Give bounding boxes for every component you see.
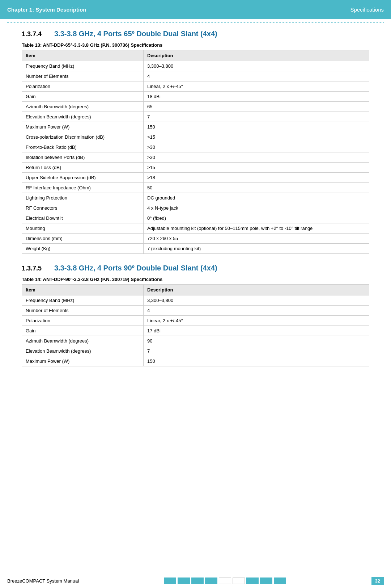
table-row: RF Interface Impedance (Ohm)50 [22, 183, 369, 193]
col-desc-header: Description [144, 50, 369, 61]
desc-cell: 150 [144, 122, 369, 132]
item-cell: Cross-polarization Discrimination (dB) [22, 132, 144, 142]
item-cell: Polarization [22, 81, 144, 92]
desc-cell: 7 [144, 346, 369, 356]
footer-block-2 [191, 578, 204, 584]
footer-block-4 [219, 578, 231, 584]
desc-cell: 4 [144, 306, 369, 316]
desc-cell: 4 x N-type jack [144, 203, 369, 213]
desc-cell: 65 [144, 102, 369, 112]
table14: Item Description Frequency Band (MHz)3,3… [22, 284, 369, 366]
item-cell: Upper Sidelobe Suppression (dB) [22, 173, 144, 183]
footer-decoration [164, 578, 286, 584]
table-row: PolarizationLinear, 2 x +/-45° [22, 316, 369, 326]
col-item-header2: Item [22, 285, 144, 295]
desc-cell: 7 [144, 112, 369, 122]
table-row: Frequency Band (MHz)3,300–3,800 [22, 295, 369, 306]
section-1375-title: 3.3-3.8 GHz, 4 Ports 90º Double Dual Sla… [54, 264, 217, 272]
desc-cell: 3,300–3,800 [144, 295, 369, 306]
footer-block-3 [205, 578, 217, 584]
table-row: Gain17 dBi [22, 326, 369, 336]
footer-block-0 [164, 578, 176, 584]
item-cell: RF Connectors [22, 203, 144, 213]
table-row: Number of Elements4 [22, 71, 369, 81]
table-row: Weight (Kg)7 (excluding mounting kit) [22, 244, 369, 254]
table-row: Return Loss (dB)>15 [22, 163, 369, 173]
desc-cell: 720 x 260 x 55 [144, 234, 369, 244]
item-cell: Maximum Power (W) [22, 122, 144, 132]
page-number: 32 [371, 577, 384, 585]
item-cell: Isolation between Ports (dB) [22, 152, 144, 163]
desc-cell: DC grounded [144, 193, 369, 203]
col-desc-header2: Description [144, 285, 369, 295]
table-row: Azimuth Beamwidth (degrees)90 [22, 336, 369, 346]
item-cell: Gain [22, 326, 144, 336]
section-1374-number: 1.3.7.4 [22, 30, 54, 38]
item-cell: Electrical Downtilt [22, 213, 144, 223]
table-row: Elevation Beamwidth (degrees)7 [22, 112, 369, 122]
desc-cell: 150 [144, 356, 369, 366]
main-content: 1.3.7.4 3.3-3.8 GHz, 4 Ports 65º Double … [0, 30, 391, 398]
item-cell: Number of Elements [22, 306, 144, 316]
item-cell: Weight (Kg) [22, 244, 144, 254]
table-row: Azimuth Beamwidth (degrees)65 [22, 102, 369, 112]
col-item-header: Item [22, 50, 144, 61]
desc-cell: >15 [144, 132, 369, 142]
table-row: Upper Sidelobe Suppression (dB)>18 [22, 173, 369, 183]
section-1375-number: 1.3.7.5 [22, 265, 54, 272]
section-1374-heading: 1.3.7.4 3.3-3.8 GHz, 4 Ports 65º Double … [22, 30, 369, 38]
item-cell: Number of Elements [22, 71, 144, 81]
page-footer: BreezeCOMPACT System Manual 32 [0, 574, 391, 588]
item-cell: Azimuth Beamwidth (degrees) [22, 336, 144, 346]
desc-cell: Linear, 2 x +/-45° [144, 316, 369, 326]
table-row: Elevation Beamwidth (degrees)7 [22, 346, 369, 356]
footer-block-6 [246, 578, 259, 584]
table-row: PolarizationLinear, 2 x +/-45° [22, 81, 369, 92]
desc-cell: 18 dBi [144, 92, 369, 102]
footer-block-7 [260, 578, 272, 584]
table-row: Lightning ProtectionDC grounded [22, 193, 369, 203]
table-row: Cross-polarization Discrimination (dB)>1… [22, 132, 369, 142]
table-row: Maximum Power (W)150 [22, 122, 369, 132]
table-row: RF Connectors4 x N-type jack [22, 203, 369, 213]
desc-cell: 3,300–3,800 [144, 61, 369, 71]
desc-cell: 50 [144, 183, 369, 193]
item-cell: Frequency Band (MHz) [22, 295, 144, 306]
section-label: Specifications [350, 7, 384, 13]
table-row: Maximum Power (W)150 [22, 356, 369, 366]
item-cell: Front-to-Back Ratio (dB) [22, 142, 144, 152]
footer-brand: BreezeCOMPACT System Manual [7, 578, 79, 584]
desc-cell: 4 [144, 71, 369, 81]
table13-caption: Table 13: ANT-DDP-65°-3.3-3.8 GHz (P.N. … [22, 42, 369, 48]
item-cell: Lightning Protection [22, 193, 144, 203]
desc-cell: >18 [144, 173, 369, 183]
desc-cell: 90 [144, 336, 369, 346]
desc-cell: Adjustable mounting kit (optional) for 5… [144, 223, 369, 234]
table-row: Frequency Band (MHz)3,300–3,800 [22, 61, 369, 71]
desc-cell: >30 [144, 142, 369, 152]
table-row: MountingAdjustable mounting kit (optiona… [22, 223, 369, 234]
table-row: Number of Elements4 [22, 306, 369, 316]
table-row: Electrical Downtilt0° (fixed) [22, 213, 369, 223]
item-cell: Azimuth Beamwidth (degrees) [22, 102, 144, 112]
desc-cell: 17 dBi [144, 326, 369, 336]
item-cell: Dimensions (mm) [22, 234, 144, 244]
item-cell: Polarization [22, 316, 144, 326]
item-cell: Mounting [22, 223, 144, 234]
section-1375-heading: 1.3.7.5 3.3-3.8 GHz, 4 Ports 90º Double … [22, 264, 369, 272]
section-1374-title: 3.3-3.8 GHz, 4 Ports 65º Double Dual Sla… [54, 30, 217, 38]
page-header: Chapter 1: System Description Specificat… [0, 0, 391, 19]
table-row: Gain18 dBi [22, 92, 369, 102]
item-cell: Maximum Power (W) [22, 356, 144, 366]
item-cell: Elevation Beamwidth (degrees) [22, 346, 144, 356]
desc-cell: 7 (excluding mounting kit) [144, 244, 369, 254]
footer-block-1 [178, 578, 190, 584]
table-row: Dimensions (mm)720 x 260 x 55 [22, 234, 369, 244]
item-cell: RF Interface Impedance (Ohm) [22, 183, 144, 193]
footer-block-5 [233, 578, 245, 584]
footer-block-8 [274, 578, 286, 584]
table13: Item Description Frequency Band (MHz)3,3… [22, 50, 369, 254]
item-cell: Elevation Beamwidth (degrees) [22, 112, 144, 122]
item-cell: Gain [22, 92, 144, 102]
section-divider [7, 22, 384, 23]
